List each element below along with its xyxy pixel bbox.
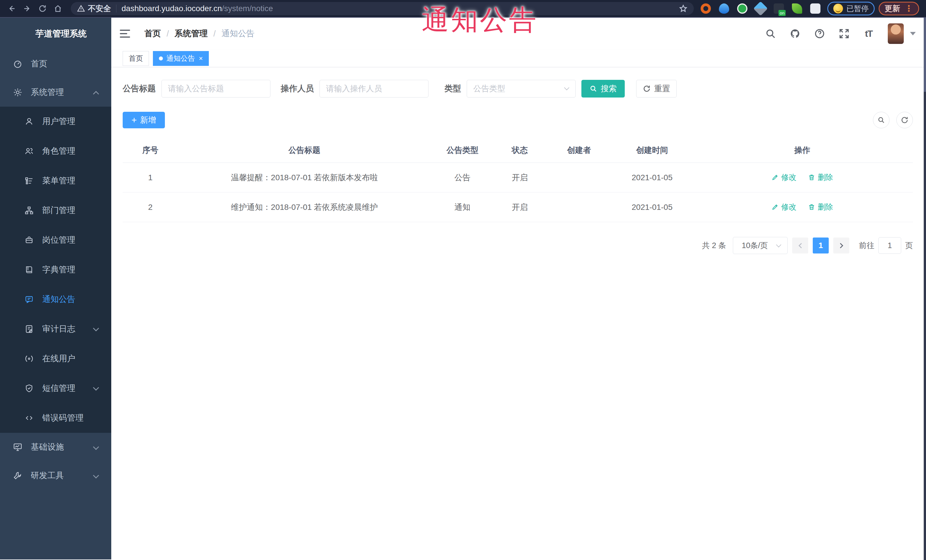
sidebar-item-3[interactable]: 研发工具 [0, 461, 111, 490]
dashboard-icon [12, 59, 23, 69]
fullscreen-icon[interactable] [838, 27, 851, 40]
col-header-5: 创建时间 [613, 139, 691, 163]
extension-green-icon[interactable] [737, 3, 747, 14]
tool-icon [12, 471, 23, 480]
back-icon[interactable] [5, 2, 18, 15]
toggle-search-button[interactable] [873, 112, 890, 128]
url-path[interactable]: /system/notice [222, 4, 273, 13]
font-size-icon[interactable]: tT [862, 27, 875, 40]
bookmark-star-icon[interactable] [679, 4, 687, 13]
refresh-button[interactable] [896, 112, 913, 128]
sidebar-item-1-5[interactable]: 字典管理 [0, 255, 111, 285]
breadcrumb-item-1[interactable]: 系统管理 [175, 28, 208, 39]
total-count: 共 2 条 [702, 240, 726, 251]
cell-no: 1 [123, 163, 178, 192]
kebab-menu-icon[interactable]: ⋮ [905, 6, 913, 11]
sidebar-item-1[interactable]: 系统管理 [0, 78, 111, 107]
extension-ring-icon[interactable] [701, 3, 711, 14]
sidebar-item-1-2[interactable]: 菜单管理 [0, 166, 111, 196]
hamburger-icon[interactable] [120, 28, 132, 39]
operator-filter-input[interactable] [320, 80, 428, 97]
edit-link-label: 修改 [781, 202, 796, 212]
sidebar-item-0[interactable]: 首页 [0, 50, 111, 78]
sidebar-item-1-3[interactable]: 部门管理 [0, 196, 111, 225]
breadcrumb: 首页/系统管理/通知公告 [144, 28, 254, 39]
search-icon[interactable] [764, 27, 777, 40]
reset-button[interactable]: 重置 [636, 80, 677, 98]
cell-no: 2 [123, 192, 178, 222]
sidebar-item-1-1[interactable]: 角色管理 [0, 136, 111, 166]
sidebar-item-1-7[interactable]: 审计日志 [0, 314, 111, 344]
top-navbar: 首页/系统管理/通知公告 tT [111, 18, 926, 50]
sidebar-item-1-9[interactable]: 短信管理 [0, 374, 111, 403]
extension-drop-icon[interactable] [719, 3, 729, 14]
sidebar-item-label: 角色管理 [42, 145, 75, 157]
chevron-right-icon [838, 243, 843, 248]
edit-link-label: 修改 [781, 172, 796, 183]
help-icon[interactable] [813, 27, 826, 40]
update-button[interactable]: 更新 ⋮ [879, 2, 919, 15]
user-avatar[interactable] [888, 23, 904, 44]
sidebar-item-label: 岗位管理 [42, 234, 75, 246]
sidebar-item-1-8[interactable]: 在线用户 [0, 344, 111, 374]
scrollbar-thumb[interactable] [924, 18, 926, 92]
submenu-system: 用户管理角色管理菜单管理部门管理岗位管理字典管理通知公告审计日志在线用户短信管理… [0, 107, 111, 433]
search-button[interactable]: 搜索 [581, 80, 625, 98]
type-filter-select[interactable] [467, 80, 576, 98]
page-number-1[interactable]: 1 [813, 237, 829, 254]
sidebar-item-1-6[interactable]: 通知公告 [0, 285, 111, 314]
tab-dot-icon [159, 56, 163, 60]
type-filter-value [467, 80, 575, 97]
logo-avatar [10, 25, 28, 42]
monitor-icon [12, 442, 23, 452]
col-header-4: 创建者 [545, 139, 613, 163]
edit-link[interactable]: 修改 [772, 172, 796, 183]
breadcrumb-item-0[interactable]: 首页 [144, 28, 161, 39]
window-scrollbar[interactable] [924, 18, 926, 560]
browser-chrome: 不安全 dashboard.yudao.iocoder.cn /system/n… [0, 0, 926, 18]
chevron-down-icon [93, 472, 99, 478]
delete-link[interactable]: 删除 [808, 202, 833, 212]
extension-gem-icon[interactable] [754, 2, 768, 16]
cell-title: 维护通知：2018-07-01 若依系统凌晨维护 [178, 192, 431, 222]
security-warning[interactable]: 不安全 [88, 3, 111, 14]
tree-table-icon [23, 176, 35, 185]
chevron-up-icon [93, 91, 99, 97]
delete-link-label: 删除 [818, 202, 833, 212]
sidebar-item-1-4[interactable]: 岗位管理 [0, 225, 111, 255]
extensions-puzzle-icon[interactable] [810, 3, 820, 14]
user-icon [23, 117, 35, 126]
delete-link[interactable]: 删除 [808, 172, 833, 183]
profile-paused-badge[interactable]: 已暂停 [827, 2, 875, 15]
caret-down-icon[interactable] [910, 32, 916, 35]
home-icon[interactable] [51, 2, 65, 15]
tab-close-icon[interactable]: × [199, 55, 203, 62]
github-icon[interactable] [788, 27, 802, 40]
page-size-select[interactable]: 10条/页 [733, 237, 788, 254]
sidebar-item-1-10[interactable]: 错误码管理 [0, 403, 111, 433]
address-bar[interactable]: 不安全 dashboard.yudao.iocoder.cn /system/n… [71, 2, 694, 15]
sidebar-item-label: 错误码管理 [42, 412, 83, 424]
url-divider [116, 5, 117, 12]
breadcrumb-separator: / [166, 29, 169, 38]
goto-page-input[interactable] [878, 237, 901, 254]
url-host[interactable]: dashboard.yudao.iocoder.cn [121, 4, 222, 13]
sidebar-item-1-0[interactable]: 用户管理 [0, 107, 111, 136]
add-button[interactable]: + 新增 [123, 112, 165, 128]
reload-icon[interactable] [36, 2, 49, 15]
extension-dark-on-icon[interactable] [774, 3, 784, 14]
sidebar-item-2[interactable]: 基础设施 [0, 433, 111, 461]
title-filter-input[interactable] [162, 80, 270, 97]
prev-page-button[interactable] [792, 237, 808, 254]
sidebar-logo[interactable]: 芋道管理系统 [0, 18, 111, 50]
edit-link[interactable]: 修改 [772, 202, 796, 212]
sidebar-item-label: 部门管理 [42, 205, 75, 216]
tab-active-1[interactable]: 通知公告× [153, 51, 209, 66]
paused-label: 已暂停 [846, 4, 869, 14]
tab-0[interactable]: 首页 [123, 51, 149, 66]
next-page-button[interactable] [833, 237, 849, 254]
forward-icon[interactable] [21, 2, 34, 15]
extension-leaf-icon[interactable] [792, 3, 802, 14]
dict-icon [23, 265, 35, 274]
message-icon [23, 295, 35, 304]
